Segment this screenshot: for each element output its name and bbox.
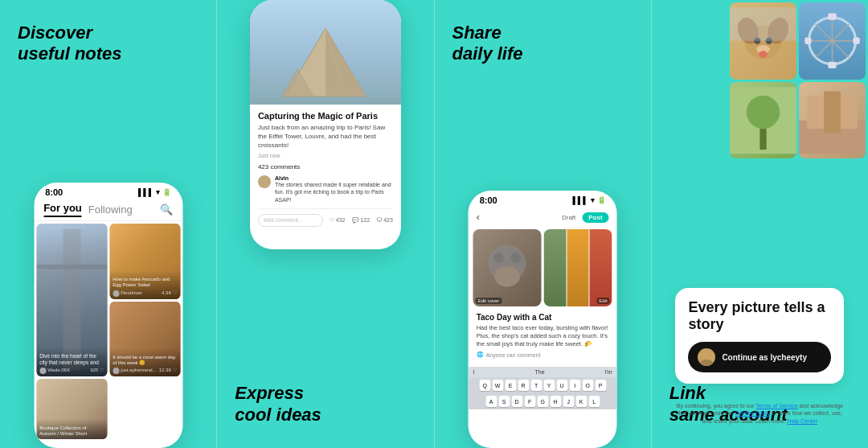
- key-k[interactable]: K: [575, 396, 587, 407]
- key-l[interactable]: L: [588, 396, 600, 407]
- keyboard-suggestions[interactable]: I The I'm: [469, 367, 617, 377]
- key-g[interactable]: G: [537, 396, 548, 407]
- svg-point-10: [510, 253, 521, 263]
- status-icons-1: ▌▌▌ ▾ 🔋: [138, 188, 171, 196]
- article-desc: Just back from an amazing trip to Paris!…: [258, 124, 393, 150]
- user-avatar: [698, 348, 715, 366]
- back-arrow-icon[interactable]: ‹: [477, 212, 480, 223]
- help-link[interactable]: Help Center: [788, 418, 817, 424]
- status-time-1: 8:00: [45, 187, 63, 197]
- photo-collage: [727, 0, 868, 161]
- post-title: Taco Day with a Cat: [477, 313, 609, 322]
- phone-mockup-3: 8:00 ▌▌▌ ▾ 🔋 ‹ Draft Post: [469, 191, 617, 448]
- key-u[interactable]: U: [556, 380, 567, 391]
- svg-rect-32: [760, 129, 766, 150]
- post-caption-boutique: Boutique Collection of Autumn / Winter S…: [36, 419, 107, 439]
- post-caption-boots: It should be a most warm day of this wee…: [109, 348, 180, 376]
- user-name-3: just.ephemeral...: [121, 368, 156, 373]
- battery-icon: 🔋: [162, 188, 171, 196]
- commenter-text: The stories shared made it super relatab…: [275, 181, 393, 203]
- article-comments-count: 423 comments: [258, 163, 393, 171]
- add-comment-placeholder: Add comment...: [264, 217, 303, 223]
- article-title: Capturing the Magic of Paris: [258, 111, 393, 121]
- svg-point-11: [494, 266, 520, 287]
- key-o[interactable]: O: [582, 380, 593, 391]
- privacy-link[interactable]: Privacy Policy: [735, 410, 771, 416]
- key-q[interactable]: Q: [479, 380, 490, 391]
- key-r[interactable]: R: [518, 380, 529, 391]
- key-a[interactable]: A: [485, 396, 497, 407]
- edit-badge[interactable]: Edit: [596, 298, 609, 304]
- legal-text: By continuing, you agree to our: [677, 403, 756, 409]
- key-f[interactable]: F: [524, 396, 535, 407]
- suggestion-im[interactable]: I'm: [604, 369, 612, 375]
- tab-for-you[interactable]: For you: [43, 202, 82, 217]
- post-image-cat[interactable]: Edit cover: [473, 229, 542, 306]
- panel-express: Capturing the Magic of Paris Just back f…: [217, 0, 433, 448]
- tab-following[interactable]: Following: [88, 203, 133, 216]
- svg-rect-27: [828, 62, 836, 68]
- post-item-boutique[interactable]: Boutique Collection of Autumn / Winter S…: [36, 379, 107, 439]
- keyboard-row-1[interactable]: Q W E R T Y U I O P: [469, 377, 617, 393]
- article-time: Just now: [258, 153, 393, 158]
- signal-icon-3: ▌▌▌: [572, 196, 588, 204]
- battery-icon-3: 🔋: [597, 196, 606, 204]
- like-count[interactable]: ♡ 432: [330, 217, 346, 224]
- svg-rect-26: [828, 14, 836, 20]
- collage-nature-photo: [730, 82, 796, 159]
- wifi-icon: ▾: [156, 188, 160, 196]
- user-name: Wade.06X: [47, 368, 70, 373]
- commenter-avatar: [258, 175, 271, 188]
- svg-point-18: [759, 51, 767, 57]
- panel-3-title: Sharedaily life: [452, 23, 523, 65]
- add-comment-input[interactable]: Add comment...: [258, 214, 323, 227]
- phone-mockup-1: 8:00 ▌▌▌ ▾ 🔋 For you Following 🔍: [34, 183, 182, 448]
- keyboard-row-2[interactable]: A S D F G H J K L: [469, 393, 617, 409]
- post-editor-header[interactable]: ‹ Draft Post: [469, 207, 617, 228]
- like-count-3: 12.3K ♡: [159, 368, 177, 373]
- suggestion-the[interactable]: The: [535, 369, 545, 375]
- post-meta-street: Wade.06X 925 ♡: [39, 368, 104, 374]
- key-h[interactable]: H: [550, 396, 561, 407]
- key-e[interactable]: E: [505, 380, 516, 391]
- svg-point-36: [702, 351, 710, 360]
- key-s[interactable]: S: [498, 396, 510, 407]
- key-t[interactable]: T: [530, 380, 542, 391]
- panel-share: Sharedaily life 8:00 ▌▌▌ ▾ 🔋 ‹ Draft Pos…: [435, 0, 651, 448]
- terms-link[interactable]: Terms of Service: [755, 403, 797, 409]
- comment-count[interactable]: 💬 122: [352, 217, 371, 224]
- svg-rect-28: [805, 38, 811, 44]
- post-item-boots[interactable]: It should be a most warm day of this wee…: [109, 302, 180, 377]
- signal-icon: ▌▌▌: [138, 188, 154, 196]
- avatar-tiny: [39, 368, 46, 374]
- key-d[interactable]: D: [511, 396, 522, 407]
- draft-post-buttons[interactable]: Draft Post: [559, 212, 609, 223]
- continue-button[interactable]: Continue as lycheeyty: [688, 342, 831, 372]
- panel-2-title: Expresscool ideas: [235, 383, 321, 425]
- key-p[interactable]: P: [595, 380, 606, 391]
- post-meta-food: Flourlover 4.3K ♡: [113, 290, 177, 297]
- post-image-drinks[interactable]: Edit: [544, 229, 612, 306]
- post-caption-street: Dive into the heart of the city that nev…: [36, 347, 107, 376]
- key-i[interactable]: I: [569, 380, 580, 391]
- post-button[interactable]: Post: [582, 212, 608, 223]
- draft-button[interactable]: Draft: [559, 212, 579, 223]
- status-icons-3: ▌▌▌ ▾ 🔋: [572, 196, 605, 204]
- cta-card: Every picture tells a story Continue as …: [675, 288, 844, 384]
- share-count[interactable]: 🗨 423: [376, 217, 393, 223]
- post-item-street[interactable]: Dive into the heart of the city that nev…: [36, 224, 107, 376]
- suggestion-i[interactable]: I: [473, 369, 475, 375]
- nav-tabs-1[interactable]: For you Following 🔍: [34, 199, 182, 221]
- search-icon[interactable]: 🔍: [160, 203, 173, 216]
- article-footer[interactable]: Add comment... ♡ 432 💬 122 🗨 423: [258, 214, 393, 227]
- collage-extra-photo: [799, 82, 866, 159]
- post-caption-food: How to make Avocado and Egg Power Salad …: [109, 270, 180, 298]
- key-y[interactable]: Y: [543, 380, 555, 391]
- comment-permission[interactable]: 🌐 Anyone can comment: [477, 351, 609, 358]
- svg-rect-35: [824, 91, 841, 133]
- edit-cover-badge[interactable]: Edit cover: [476, 298, 502, 304]
- key-j[interactable]: J: [563, 396, 574, 407]
- panel-1-title: Discoveruseful notes: [18, 23, 122, 65]
- post-item-food[interactable]: How to make Avocado and Egg Power Salad …: [109, 224, 180, 299]
- key-w[interactable]: W: [492, 380, 503, 391]
